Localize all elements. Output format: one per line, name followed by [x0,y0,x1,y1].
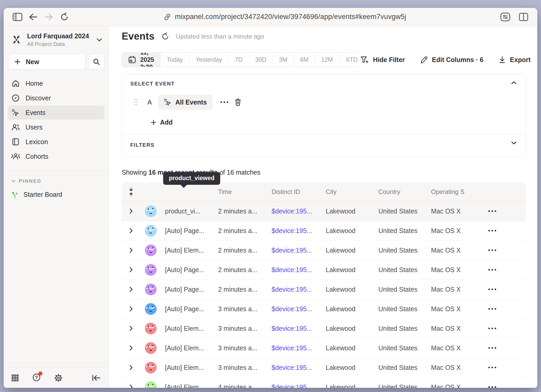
row-expand-chevron[interactable] [129,306,133,312]
table-row[interactable]: [Auto] Elem... 3 minutes a... $device:19… [122,338,526,358]
row-actions-button[interactable] [488,367,496,368]
events-cursor-icon [12,109,20,117]
reload-button[interactable] [58,11,70,23]
row-actions-button[interactable] [488,230,496,231]
row-expand-chevron[interactable] [129,228,133,234]
sidebar-item-lexicon[interactable]: Lexicon [8,135,104,149]
preset-12m[interactable]: 12M [315,53,339,67]
table-row[interactable]: [Auto] Page... 2 minutes a... $device:19… [122,221,526,240]
table-row[interactable]: [Auto] Page... 2 minutes a... $device:19… [122,279,526,299]
row-actions-button[interactable] [488,308,496,310]
date-picker-button[interactable]: Mar 11, 2025 3:30 pm [122,53,160,67]
event-avatar [145,362,157,374]
sidebar-item-label: Lexicon [26,138,48,146]
back-button[interactable] [27,11,39,23]
preset-today[interactable]: Today [160,53,189,67]
cell-distinct-id[interactable]: $device:195... [269,247,324,254]
row-actions-button[interactable] [488,269,496,271]
refresh-icon[interactable] [161,33,169,40]
row-expand-chevron[interactable] [129,208,133,214]
event-avatar [145,244,157,256]
cell-distinct-id[interactable]: $device:195... [269,325,324,332]
collapse-sidebar-icon[interactable] [92,375,101,381]
cell-distinct-id[interactable]: $device:195... [269,364,324,371]
table-row[interactable]: [Auto] Elem... 4 minutes a... $device:19… [122,377,526,388]
preset-7d[interactable]: 7D [228,53,249,67]
sidebar-item-events[interactable]: Events [8,106,104,120]
apps-grid-icon[interactable] [11,374,19,382]
row-actions-button[interactable] [488,210,496,212]
cell-event-name: [Auto] Elem... [163,325,216,332]
address-bar[interactable]: mixpanel.com/project/3472420/view/397469… [74,13,496,21]
project-switcher[interactable]: X Lord Farquaad 2024 All Project Data [4,26,108,49]
cell-country: United States [376,383,429,388]
preset-30d[interactable]: 30D [249,53,273,67]
table-row[interactable]: [Auto] Page... 3 minutes a... $device:19… [122,299,526,318]
edit-columns-button[interactable]: Edit Columns · 6 [420,56,483,64]
split-view-icon[interactable] [518,11,530,23]
preset-6m[interactable]: 6M [294,53,315,67]
add-event-button[interactable]: Add [130,119,517,126]
row-expand-chevron[interactable] [129,384,133,388]
hide-filter-button[interactable]: Hide Filter [360,56,405,64]
new-button[interactable]: New [8,54,85,70]
select-event-heading: SELECT EVENT [130,81,517,87]
preset-yesterday[interactable]: Yesterday [189,53,228,67]
sidebar-item-users[interactable]: Users [8,120,104,134]
row-actions-button[interactable] [488,249,496,251]
browser-sidebar-toggle-icon[interactable] [11,11,23,23]
sidebar-item-starter-board[interactable]: Starter Board [4,184,108,198]
notification-dot [38,371,42,376]
row-actions-button[interactable] [488,386,496,388]
row-actions-button[interactable] [488,347,496,349]
event-selector-chip[interactable]: All Events [158,95,213,110]
table-row[interactable]: [Auto] Elem... 2 minutes a... $device:19… [122,240,526,260]
cell-distinct-id[interactable]: $device:195... [269,286,324,293]
sidebar-item-home[interactable]: Home [8,76,104,90]
cell-distinct-id[interactable]: $device:195... [269,383,324,388]
collapse-rows-icon[interactable] [128,187,134,196]
sidebar-item-discover[interactable]: Discover [8,91,104,105]
row-expand-chevron[interactable] [129,286,133,292]
row-expand-chevron[interactable] [129,267,133,273]
sidebar-item-cohorts[interactable]: Cohorts [8,149,104,163]
column-header-country[interactable]: Country [376,188,429,195]
column-header-city[interactable]: City [324,188,376,195]
table-row[interactable]: product_vi... 2 minutes a... $device:195… [122,201,526,221]
row-expand-chevron[interactable] [129,326,133,331]
row-expand-chevron[interactable] [129,365,133,370]
cell-distinct-id[interactable]: $device:195... [269,266,324,274]
cell-distinct-id[interactable]: $device:195... [269,344,324,352]
cell-distinct-id[interactable]: $device:195... [269,305,324,313]
settings-gear-icon[interactable] [54,374,63,382]
pinned-section-toggle[interactable]: PINNED [4,171,108,184]
table-row[interactable]: [Auto] Elem... 3 minutes a... $device:19… [122,318,526,338]
column-header-os[interactable]: Operating S [429,188,481,195]
chevron-down-icon[interactable] [511,141,517,145]
pencil-icon [420,56,428,64]
trash-icon[interactable] [235,98,241,106]
row-expand-chevron[interactable] [129,345,133,351]
table-row[interactable]: [Auto] Page... 2 minutes a... $device:19… [122,260,526,279]
drag-handle-icon[interactable] [134,99,138,106]
event-more-options-icon[interactable] [220,101,228,103]
preset-3m[interactable]: 3M [273,53,294,67]
column-header-time[interactable]: Time [216,188,269,195]
cell-distinct-id[interactable]: $device:195... [269,227,324,235]
row-expand-chevron[interactable] [129,247,133,253]
forward-button[interactable] [43,11,55,23]
search-icon [93,58,100,65]
export-button[interactable]: Export [499,56,531,64]
cell-distinct-id[interactable]: $device:195... [269,207,324,215]
chevron-down-icon [11,180,16,183]
row-actions-button[interactable] [488,328,496,329]
page-settings-icon[interactable] [499,11,511,23]
table-row[interactable]: [Auto] Elem... 3 minutes a... $device:19… [122,358,526,377]
row-actions-button[interactable] [488,289,496,290]
cell-time: 3 minutes a... [216,325,269,332]
column-header-distinct-id[interactable]: Distinct ID [269,188,324,195]
search-button[interactable] [89,54,104,70]
chevron-up-icon[interactable] [511,81,517,84]
preset-xtd[interactable]: XTD [339,53,360,67]
event-tooltip: product_viewed [163,172,220,185]
